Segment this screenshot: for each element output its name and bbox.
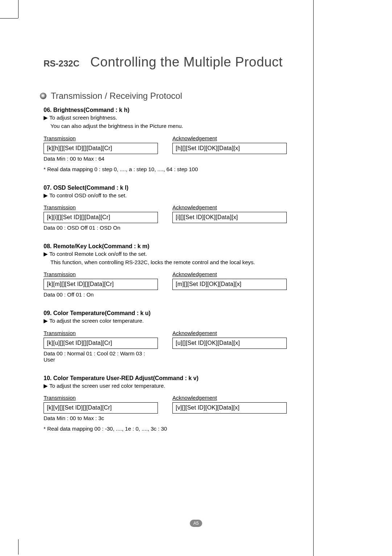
transmission-code: [k][m][][Set ID][][Data][Cr] [44, 279, 158, 290]
transmission-label: Transmission [44, 135, 158, 141]
transmission-code: [k][h][][Set ID][][Data][Cr] [44, 143, 158, 154]
page-number-wrap: A5 [0, 520, 392, 527]
command-block: 09. Color Temperature(Command : k u) To … [44, 310, 312, 362]
data-line: Data Min : 00 to Max : 3c [44, 415, 158, 421]
command-title: 07. OSD Select(Command : k l) [44, 185, 312, 191]
section-title-text: Transmission / Receiving Protocol [51, 91, 182, 101]
section-title: Transmission / Receiving Protocol [40, 91, 312, 101]
transmission-label: Transmission [44, 330, 158, 336]
frame-rule [313, 0, 314, 556]
page-title: Controlling the Multiple Product [90, 55, 283, 70]
transmission-label: Transmission [44, 204, 158, 210]
command-block: 10. Color Temperature User-RED Adjust(Co… [44, 375, 312, 432]
data-line: Data 00 : Off 01 : On [44, 291, 158, 298]
data-line: Data 00 : Normal 01 : Cool 02 : Warm 03 … [44, 350, 158, 363]
frame-rule [18, 539, 19, 555]
frame-rule [18, 0, 19, 18]
command-desc: To adjust the screen user red color temp… [44, 382, 312, 390]
page-number: A5 [190, 520, 203, 527]
command-desc: This function, when controlling RS-232C,… [50, 259, 312, 266]
data-line: Data 00 : OSD Off 01 : OSD On [44, 225, 158, 231]
acknowledgement-code: [i][][Set ID][OK][Data][x] [172, 212, 287, 223]
transmission-code: [k][u][][Set ID][][Data][Cr] [44, 338, 158, 349]
acknowledgement-code: [u][][Set ID][OK][Data][x] [172, 338, 287, 349]
command-desc: To control Remote Lock on/off to the set… [44, 250, 312, 258]
data-line: Data Min : 00 to Max : 64 [44, 156, 158, 162]
header-tag: RS-232C [44, 59, 79, 69]
acknowledgement-label: Acknowledgement [172, 135, 287, 141]
command-note: * Real data mapping 0 : step 0, ...., a … [44, 166, 312, 172]
transmission-code: [k][v][][Set ID][][Data][Cr] [44, 402, 158, 414]
transmission-code: [k][i][][Set ID][][Data][Cr] [44, 212, 158, 223]
acknowledgement-code: [m][][Set ID][OK][Data][x] [172, 279, 287, 290]
command-title: 09. Color Temperature(Command : k u) [44, 310, 312, 317]
transmission-label: Transmission [44, 395, 158, 401]
command-block: 06. Brightness(Command : k h) To adjust … [44, 107, 312, 172]
acknowledgement-code: [h][][Set ID][OK][Data][x] [172, 143, 287, 154]
page-header: RS-232C Controlling the Multiple Product [44, 55, 312, 70]
command-title: 06. Brightness(Command : k h) [44, 107, 312, 113]
command-block: 07. OSD Select(Command : k l) To control… [44, 185, 312, 231]
command-desc: You can also adjust the brightness in th… [50, 122, 312, 130]
acknowledgement-label: Acknowledgement [172, 330, 287, 336]
command-note: * Real data mapping 00 : -30, ...., 1e :… [44, 426, 312, 432]
acknowledgement-label: Acknowledgement [172, 395, 287, 401]
frame-rule [0, 18, 18, 19]
command-title: 10. Color Temperature User-RED Adjust(Co… [44, 375, 312, 382]
acknowledgement-label: Acknowledgement [172, 271, 287, 277]
command-title: 08. Remote/Key Lock(Command : k m) [44, 243, 312, 250]
acknowledgement-label: Acknowledgement [172, 204, 287, 210]
command-desc: To adjust the screen color temperature. [44, 317, 312, 325]
transmission-label: Transmission [44, 271, 158, 277]
page-content: RS-232C Controlling the Multiple Product… [44, 55, 312, 444]
command-desc: To control OSD on/off to the set. [44, 192, 312, 199]
command-desc: To adjust screen brightness. [44, 114, 312, 121]
command-block: 08. Remote/Key Lock(Command : k m) To co… [44, 243, 312, 298]
acknowledgement-code: [v][][Set ID][OK][Data][x] [172, 402, 287, 414]
bullet-icon [40, 93, 46, 99]
